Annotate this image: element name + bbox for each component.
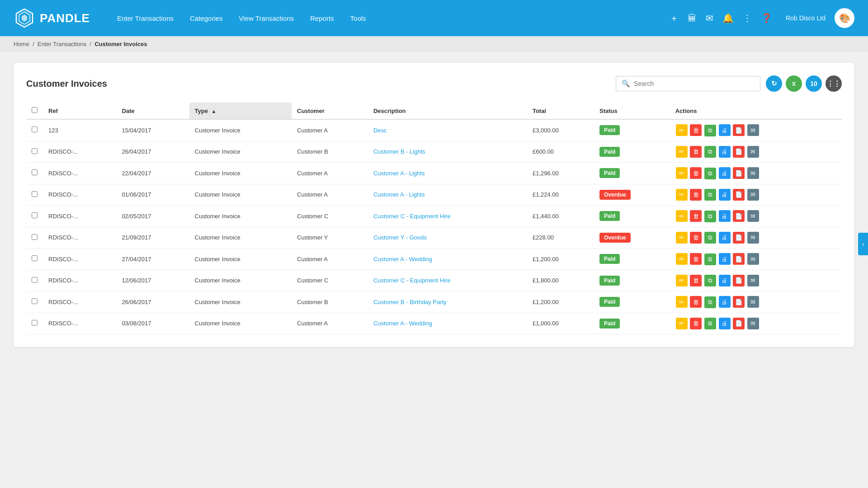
count-button[interactable]: 10 (806, 75, 822, 92)
delete-button[interactable]: 🗑 (690, 210, 702, 222)
description-link[interactable]: Customer A - Lights (373, 191, 425, 198)
print-button[interactable]: 🖨 (719, 232, 731, 244)
refresh-button[interactable]: ↻ (766, 75, 782, 92)
copy-button[interactable]: ⧉ (704, 125, 716, 136)
description-link[interactable]: Customer A - Wedding (373, 256, 432, 263)
row-select-checkbox[interactable] (32, 148, 38, 154)
email-button[interactable]: ✉ (747, 210, 759, 222)
pdf-button[interactable]: 📄 (733, 253, 745, 265)
print-button[interactable]: 🖨 (719, 210, 731, 222)
email-button[interactable]: ✉ (747, 189, 759, 201)
nav-view-transactions[interactable]: View Transactions (239, 14, 294, 22)
edit-button[interactable]: ✏ (676, 146, 688, 158)
row-select-checkbox[interactable] (32, 127, 38, 132)
description-link[interactable]: Customer C - Equipment Hire (373, 213, 451, 220)
edit-button[interactable]: ✏ (676, 124, 688, 136)
search-input[interactable] (634, 80, 755, 87)
copy-button[interactable]: ⧉ (704, 275, 716, 286)
nav-reports[interactable]: Reports (310, 14, 334, 22)
delete-button[interactable]: 🗑 (690, 253, 702, 265)
edit-button[interactable]: ✏ (676, 167, 688, 179)
more-icon[interactable]: ⋮ (743, 13, 752, 23)
row-select-checkbox[interactable] (32, 255, 38, 261)
help-icon[interactable]: ❓ (761, 13, 772, 23)
pdf-button[interactable]: 📄 (733, 167, 745, 179)
nav-categories[interactable]: Categories (190, 14, 223, 22)
copy-button[interactable]: ⧉ (704, 318, 716, 329)
print-button[interactable]: 🖨 (719, 124, 731, 136)
pdf-button[interactable]: 📄 (733, 189, 745, 201)
row-select-checkbox[interactable] (32, 320, 38, 326)
email-button[interactable]: ✉ (747, 318, 759, 329)
pdf-button[interactable]: 📄 (733, 296, 745, 308)
breadcrumb-home[interactable]: Home (14, 41, 29, 47)
email-button[interactable]: ✉ (747, 296, 759, 308)
description-link[interactable]: Customer A - Lights (373, 170, 425, 177)
copy-button[interactable]: ⧉ (704, 232, 716, 244)
copy-button[interactable]: ⧉ (704, 253, 716, 265)
edit-button[interactable]: ✏ (676, 189, 688, 201)
print-button[interactable]: 🖨 (719, 318, 731, 329)
copy-button[interactable]: ⧉ (704, 211, 716, 222)
email-button[interactable]: ✉ (747, 146, 759, 158)
print-button[interactable]: 🖨 (719, 189, 731, 201)
delete-button[interactable]: 🗑 (690, 167, 702, 179)
row-select-checkbox[interactable] (32, 234, 38, 240)
copy-button[interactable]: ⧉ (704, 189, 716, 201)
email-button[interactable]: ✉ (747, 275, 759, 286)
copy-button[interactable]: ⧉ (704, 146, 716, 158)
sidebar-toggle[interactable]: ‹ (858, 233, 868, 255)
mail-icon[interactable]: ✉ (706, 13, 713, 23)
row-select-checkbox[interactable] (32, 298, 38, 304)
select-all-checkbox[interactable] (32, 107, 38, 113)
edit-button[interactable]: ✏ (676, 232, 688, 244)
row-select-checkbox[interactable] (32, 191, 38, 197)
logo[interactable]: PANDLE (14, 7, 90, 29)
add-icon[interactable]: ＋ (670, 12, 679, 24)
edit-button[interactable]: ✏ (676, 275, 688, 286)
row-select-checkbox[interactable] (32, 212, 38, 218)
pdf-button[interactable]: 📄 (733, 124, 745, 136)
nav-enter-transactions[interactable]: Enter Transactions (117, 14, 174, 22)
print-button[interactable]: 🖨 (719, 253, 731, 265)
bank-icon[interactable]: 🏛 (688, 13, 697, 23)
description-link[interactable]: Customer A - Wedding (373, 320, 432, 327)
description-link[interactable]: Customer C - Equipment Hire (373, 277, 451, 284)
edit-button[interactable]: ✏ (676, 296, 688, 308)
delete-button[interactable]: 🗑 (690, 275, 702, 286)
pdf-button[interactable]: 📄 (733, 232, 745, 244)
pdf-button[interactable]: 📄 (733, 146, 745, 158)
delete-button[interactable]: 🗑 (690, 296, 702, 308)
nav-tools[interactable]: Tools (350, 14, 366, 22)
breadcrumb-enter-transactions[interactable]: Enter Transactions (38, 41, 86, 47)
excel-button[interactable]: X (786, 75, 802, 92)
columns-button[interactable]: ⋮⋮ (826, 75, 842, 92)
pdf-button[interactable]: 📄 (733, 275, 745, 286)
description-link[interactable]: Desc (373, 127, 387, 134)
delete-button[interactable]: 🗑 (690, 189, 702, 201)
delete-button[interactable]: 🗑 (690, 124, 702, 136)
email-button[interactable]: ✉ (747, 167, 759, 179)
bell-icon[interactable]: 🔔 (722, 13, 734, 23)
edit-button[interactable]: ✏ (676, 318, 688, 329)
avatar[interactable]: 🎨 (835, 8, 854, 28)
delete-button[interactable]: 🗑 (690, 146, 702, 158)
email-button[interactable]: ✉ (747, 232, 759, 244)
delete-button[interactable]: 🗑 (690, 232, 702, 244)
description-link[interactable]: Customer B - Lights (373, 148, 425, 155)
row-select-checkbox[interactable] (32, 169, 38, 175)
row-select-checkbox[interactable] (32, 277, 38, 283)
pdf-button[interactable]: 📄 (733, 318, 745, 329)
edit-button[interactable]: ✏ (676, 253, 688, 265)
print-button[interactable]: 🖨 (719, 275, 731, 286)
pdf-button[interactable]: 📄 (733, 210, 745, 222)
print-button[interactable]: 🖨 (719, 146, 731, 158)
description-link[interactable]: Customer B - Birthday Party (373, 299, 447, 305)
search-box[interactable]: 🔍 (616, 76, 760, 91)
print-button[interactable]: 🖨 (719, 296, 731, 308)
print-button[interactable]: 🖨 (719, 167, 731, 179)
email-button[interactable]: ✉ (747, 124, 759, 136)
col-type[interactable]: Type ▲ (189, 103, 292, 119)
delete-button[interactable]: 🗑 (690, 318, 702, 329)
edit-button[interactable]: ✏ (676, 210, 688, 222)
